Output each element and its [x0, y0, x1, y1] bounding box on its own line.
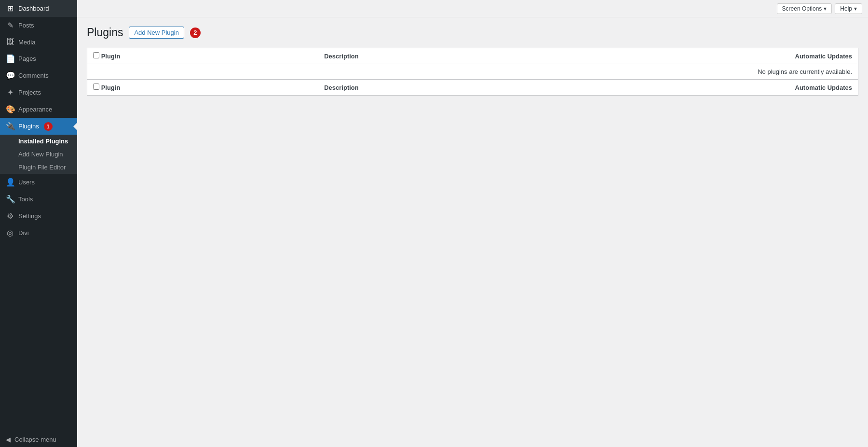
- sidebar-item-dashboard[interactable]: ⊞ Dashboard: [0, 0, 77, 17]
- table-footer-description: Description: [318, 80, 742, 96]
- submenu-plugin-file-editor[interactable]: Plugin File Editor: [0, 161, 77, 174]
- sidebar-item-users[interactable]: 👤 Users: [0, 174, 77, 191]
- topbar: Screen Options ▾ Help ▾: [77, 0, 868, 17]
- select-all-checkbox-bottom[interactable]: [93, 84, 99, 90]
- sidebar-item-label: Pages: [18, 55, 36, 62]
- screen-options-label: Screen Options: [782, 5, 822, 12]
- sidebar-item-label: Users: [18, 179, 35, 186]
- users-icon: 👤: [6, 178, 14, 187]
- posts-icon: ✎: [6, 21, 14, 30]
- help-label: Help: [840, 5, 852, 12]
- sidebar-item-media[interactable]: 🖼 Media: [0, 34, 77, 50]
- help-button[interactable]: Help ▾: [835, 3, 862, 14]
- media-icon: 🖼: [6, 38, 14, 46]
- sidebar-item-label: Comments: [18, 72, 49, 79]
- sidebar-item-tools[interactable]: 🔧 Tools: [0, 191, 77, 208]
- table-header-description: Description: [318, 48, 742, 64]
- table-footer-row: Plugin Description Automatic Updates: [87, 80, 858, 96]
- sidebar-item-posts[interactable]: ✎ Posts: [0, 17, 77, 34]
- table-footer-plugin: Plugin: [87, 80, 319, 96]
- add-new-plugin-button[interactable]: Add New Plugin: [129, 27, 184, 39]
- plugins-badge: 1: [44, 122, 53, 131]
- screen-options-chevron: ▾: [824, 5, 827, 12]
- settings-icon: ⚙: [6, 211, 14, 221]
- sidebar-item-comments[interactable]: 💬 Comments: [0, 67, 77, 84]
- sidebar-item-label: Plugins: [18, 123, 39, 130]
- plugins-icon: 🔌: [6, 122, 14, 131]
- sidebar-item-label: Projects: [18, 89, 41, 96]
- sidebar-item-label: Settings: [18, 212, 41, 220]
- tools-icon: 🔧: [6, 195, 14, 204]
- submenu-installed-plugins[interactable]: Installed Plugins: [0, 135, 77, 148]
- sidebar-item-appearance[interactable]: 🎨 Appearance: [0, 101, 77, 118]
- sidebar-item-label: Tools: [18, 196, 33, 203]
- select-all-checkbox-top[interactable]: [93, 52, 99, 58]
- sidebar-item-divi[interactable]: ◎ Divi: [0, 224, 77, 241]
- plugins-submenu: Installed Plugins Add New Plugin Plugin …: [0, 135, 77, 174]
- update-count-badge: 2: [190, 28, 201, 38]
- collapse-icon: ◀: [6, 436, 11, 443]
- sidebar-item-label: Divi: [18, 229, 29, 237]
- pages-icon: 📄: [6, 54, 14, 63]
- help-chevron: ▾: [854, 5, 857, 12]
- sidebar-item-label: Media: [18, 39, 35, 46]
- submenu-add-new[interactable]: Add New Plugin: [0, 148, 77, 161]
- table-header-plugin: Plugin: [87, 48, 319, 64]
- table-header-row: Plugin Description Automatic Updates: [87, 48, 858, 64]
- collapse-menu-button[interactable]: ◀ Collapse menu: [0, 432, 77, 447]
- sidebar-item-label: Dashboard: [18, 5, 49, 12]
- appearance-icon: 🎨: [6, 105, 14, 114]
- sidebar: ⊞ Dashboard ✎ Posts 🖼 Media 📄 Pages 💬 Co…: [0, 0, 77, 447]
- no-plugins-row: No plugins are currently available.: [87, 64, 858, 80]
- screen-options-button[interactable]: Screen Options ▾: [777, 3, 832, 14]
- sidebar-active-arrow: [73, 123, 77, 130]
- main-content: Screen Options ▾ Help ▾ Plugins Add New …: [77, 0, 868, 447]
- sidebar-item-label: Posts: [18, 22, 34, 29]
- comments-icon: 💬: [6, 71, 14, 80]
- page-header: Plugins Add New Plugin 2: [87, 26, 858, 39]
- sidebar-item-settings[interactable]: ⚙ Settings: [0, 208, 77, 224]
- projects-icon: ✦: [6, 88, 14, 97]
- sidebar-item-projects[interactable]: ✦ Projects: [0, 84, 77, 101]
- no-plugins-message: No plugins are currently available.: [87, 64, 858, 80]
- sidebar-item-pages[interactable]: 📄 Pages: [0, 50, 77, 67]
- table-footer-automatic-updates: Automatic Updates: [743, 80, 858, 96]
- sidebar-item-label: Appearance: [18, 106, 52, 113]
- dashboard-icon: ⊞: [6, 4, 14, 13]
- plugins-table: Plugin Description Automatic Updates No …: [87, 48, 858, 96]
- sidebar-item-plugins[interactable]: 🔌 Plugins 1: [0, 118, 77, 135]
- page-title: Plugins: [87, 26, 123, 39]
- divi-icon: ◎: [6, 228, 14, 237]
- content-area: Plugins Add New Plugin 2 Plugin Descript…: [77, 17, 868, 447]
- collapse-label: Collapse menu: [14, 436, 56, 443]
- table-header-automatic-updates: Automatic Updates: [743, 48, 858, 64]
